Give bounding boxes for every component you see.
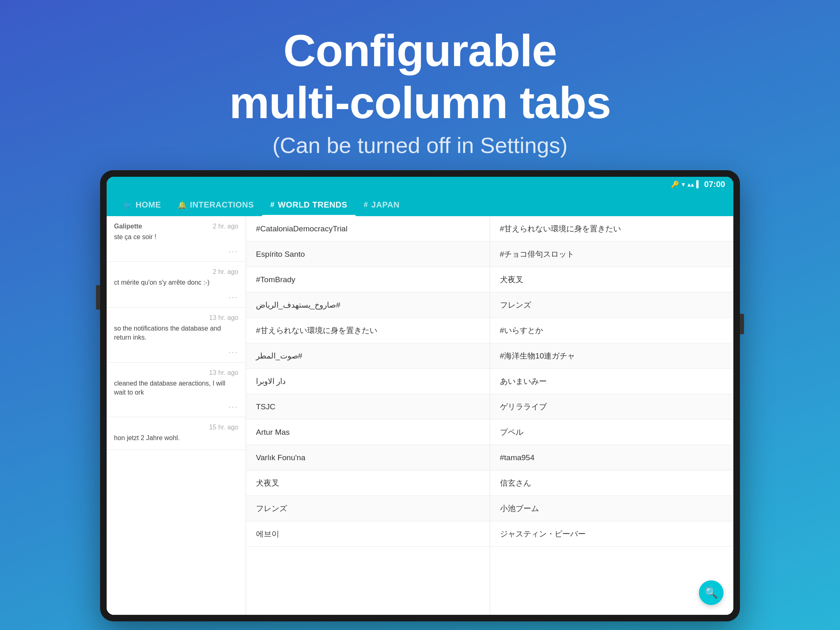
- left-panel: Galipette 2 hr. ago ste ça ce soir ! ...…: [107, 216, 246, 615]
- status-bar: 🔑 ▾ ▴▴ ▌ 07:00: [107, 177, 733, 192]
- tweet-item: Galipette 2 hr. ago ste ça ce soir ! ...: [107, 216, 246, 262]
- content-area: Galipette 2 hr. ago ste ça ce soir ! ...…: [107, 216, 733, 615]
- world-trends-column: #CataloniaDemocracyTrial Espírito Santo …: [246, 216, 490, 615]
- tweet-time: 13 hr. ago: [209, 314, 238, 322]
- tweet-more[interactable]: ...: [114, 290, 238, 301]
- tab-bar: 🐦 HOME 🔔 INTERACTIONS # WORLD TRENDS # J…: [107, 192, 733, 216]
- power-button: [740, 314, 744, 334]
- volume-button: [96, 285, 100, 310]
- tweet-meta: Galipette 2 hr. ago: [114, 223, 238, 230]
- key-icon: 🔑: [671, 180, 679, 188]
- trend-row[interactable]: #いらすとか: [490, 318, 734, 343]
- tweet-time: 13 hr. ago: [209, 369, 238, 377]
- tweet-item: 2 hr. ago ct mérite qu'on s'y arrête don…: [107, 262, 246, 307]
- trend-row[interactable]: #海洋生物10連ガチャ: [490, 343, 734, 369]
- tweet-meta: 2 hr. ago: [114, 268, 238, 276]
- tab-japan[interactable]: # JAPAN: [356, 195, 408, 216]
- trend-row[interactable]: #甘えられない環境に身を置きたい: [490, 216, 734, 242]
- signal-icon: ▴▴: [687, 180, 694, 188]
- trend-row[interactable]: プペル: [490, 420, 734, 445]
- tweet-time: 2 hr. ago: [213, 268, 238, 276]
- tweet-item: 13 hr. ago so the notifications the data…: [107, 308, 246, 363]
- trend-row[interactable]: #tama954: [490, 445, 734, 470]
- tab-world-trends[interactable]: # WORLD TRENDS: [262, 195, 356, 216]
- tweet-meta: 15 hr. ago: [114, 424, 238, 431]
- tweet-meta: 13 hr. ago: [114, 314, 238, 322]
- headline-subtitle: (Can be turned off in Settings): [229, 132, 611, 158]
- wifi-icon: ▾: [682, 180, 685, 188]
- tablet-frame: 🔑 ▾ ▴▴ ▌ 07:00 🐦 HOME 🔔 INTERACTIONS # W…: [100, 170, 740, 621]
- japan-trends-column: #甘えられない環境に身を置きたい #チョコ俳句スロット 犬夜叉 フレンズ #いら…: [490, 216, 734, 615]
- trend-row[interactable]: #صوت_المطر: [246, 343, 490, 369]
- search-fab[interactable]: 🔍: [699, 580, 724, 605]
- trend-row[interactable]: ゲリラライブ: [490, 394, 734, 420]
- trend-row[interactable]: フレンズ: [490, 292, 734, 318]
- trend-row[interactable]: #甘えられない環境に身を置きたい: [246, 318, 490, 343]
- search-icon: 🔍: [705, 587, 718, 599]
- trend-row[interactable]: 에브이: [246, 521, 490, 547]
- tweet-item: 15 hr. ago hon jetzt 2 Jahre wohl.: [107, 417, 246, 450]
- trend-row[interactable]: دار الاوبرا: [246, 369, 490, 394]
- tweet-text: hon jetzt 2 Jahre wohl.: [114, 434, 238, 443]
- tweet-more[interactable]: ...: [114, 244, 238, 255]
- tab-interactions[interactable]: 🔔 INTERACTIONS: [169, 195, 262, 216]
- tweet-text: so the notifications the database and re…: [114, 324, 238, 342]
- battery-icon: ▌: [696, 180, 701, 188]
- trend-row[interactable]: #チョコ俳句スロット: [490, 242, 734, 267]
- tablet-screen: 🔑 ▾ ▴▴ ▌ 07:00 🐦 HOME 🔔 INTERACTIONS # W…: [107, 177, 733, 615]
- tweet-text: ct mérite qu'on s'y arrête donc :-): [114, 278, 238, 287]
- trend-row[interactable]: 信玄さん: [490, 470, 734, 496]
- trend-row[interactable]: 犬夜叉: [246, 470, 490, 496]
- trend-row[interactable]: Varlık Fonu'na: [246, 445, 490, 470]
- trend-row[interactable]: ジャスティン・ビーバー: [490, 521, 734, 547]
- trend-row[interactable]: フレンズ: [246, 496, 490, 521]
- trend-row[interactable]: 小池ブーム: [490, 496, 734, 521]
- hash-icon-world: #: [270, 201, 275, 209]
- headline-area: Configurable multi-column tabs (Can be t…: [229, 0, 611, 170]
- tweet-more[interactable]: ...: [114, 345, 238, 356]
- headline-title: Configurable multi-column tabs: [229, 25, 611, 128]
- trend-row[interactable]: #CataloniaDemocracyTrial: [246, 216, 490, 242]
- trend-row[interactable]: Artur Mas: [246, 420, 490, 445]
- tweet-user: Galipette: [114, 223, 142, 230]
- tweet-more[interactable]: ...: [114, 399, 238, 410]
- tab-home[interactable]: 🐦 HOME: [115, 195, 169, 216]
- trend-row[interactable]: #صاروخ_يستهدف_الرياض: [246, 292, 490, 318]
- tweet-text: cleaned the database aeractions, I will …: [114, 379, 238, 397]
- tweet-time: 15 hr. ago: [209, 424, 238, 431]
- tweet-item: 13 hr. ago cleaned the database aeractio…: [107, 363, 246, 418]
- trend-row[interactable]: TSJC: [246, 394, 490, 420]
- tweet-text: ste ça ce soir !: [114, 233, 238, 242]
- trend-row[interactable]: Espírito Santo: [246, 242, 490, 267]
- tweet-meta: 13 hr. ago: [114, 369, 238, 377]
- tweet-time: 2 hr. ago: [213, 223, 238, 230]
- trend-row[interactable]: あいまいみー: [490, 369, 734, 394]
- status-icons: 🔑 ▾ ▴▴ ▌: [671, 180, 701, 188]
- home-bird-icon: 🐦: [123, 201, 132, 210]
- status-time: 07:00: [704, 180, 725, 189]
- trend-row[interactable]: #TomBrady: [246, 267, 490, 292]
- hash-icon-japan: #: [364, 201, 368, 209]
- bell-icon: 🔔: [178, 201, 187, 210]
- trend-row[interactable]: 犬夜叉: [490, 267, 734, 292]
- trends-area: #CataloniaDemocracyTrial Espírito Santo …: [246, 216, 733, 615]
